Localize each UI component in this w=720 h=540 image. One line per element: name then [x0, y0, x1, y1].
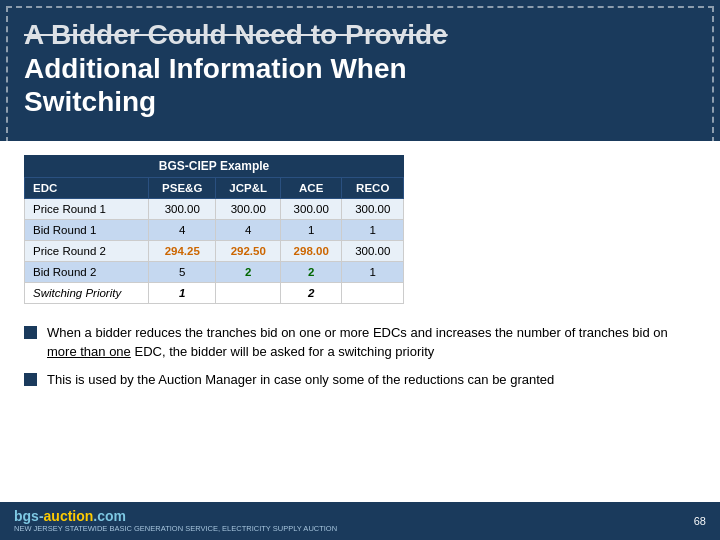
table-row: Price Round 2 294.25 292.50 298.00 300.0…: [25, 240, 404, 261]
cell-ace: 300.00: [280, 198, 342, 219]
bullets-section: When a bidder reduces the tranches bid o…: [0, 314, 720, 407]
header: A Bidder Could Need to Provide Additiona…: [0, 0, 720, 141]
cell-reco: 300.00: [342, 198, 404, 219]
bullet-icon-2: [24, 373, 37, 386]
table-header-row: EDC PSE&G JCP&L ACE RECO: [25, 177, 404, 198]
footer-logo: bgs-auction.com NEW JERSEY STATEWIDE BAS…: [14, 508, 337, 534]
bgs-ciep-table: EDC PSE&G JCP&L ACE RECO Price Round 1 3…: [24, 177, 404, 304]
cell-ace: 1: [280, 219, 342, 240]
header-line2: Additional Information When: [24, 53, 407, 84]
table-caption: BGS-CIEP Example: [24, 155, 404, 177]
col-reco: RECO: [342, 177, 404, 198]
cell-reco: 1: [342, 219, 404, 240]
table-row: Switching Priority 1 2: [25, 282, 404, 303]
row-label: Bid Round 1: [25, 219, 149, 240]
cell-ace: 298.00: [280, 240, 342, 261]
cell-reco: [342, 282, 404, 303]
cell-pseg: 1: [149, 282, 216, 303]
bullet-text-1: When a bidder reduces the tranches bid o…: [47, 324, 696, 362]
footer-logo-text: bgs-auction.com: [14, 508, 337, 524]
row-label: Bid Round 2: [25, 261, 149, 282]
cell-reco: 1: [342, 261, 404, 282]
underline-phrase: more than one: [47, 344, 131, 359]
cell-pseg: 294.25: [149, 240, 216, 261]
row-label: Price Round 1: [25, 198, 149, 219]
table-row: Bid Round 1 4 4 1 1: [25, 219, 404, 240]
bullet-item-1: When a bidder reduces the tranches bid o…: [24, 324, 696, 362]
col-edc: EDC: [25, 177, 149, 198]
table-section: BGS-CIEP Example EDC PSE&G JCP&L ACE REC…: [24, 155, 404, 304]
col-jcpl: JCP&L: [216, 177, 280, 198]
col-ace: ACE: [280, 177, 342, 198]
bullet-item-2: This is used by the Auction Manager in c…: [24, 371, 696, 390]
col-pseg: PSE&G: [149, 177, 216, 198]
cell-jcpl: 4: [216, 219, 280, 240]
cell-ace: 2: [280, 261, 342, 282]
bullet-text-2: This is used by the Auction Manager in c…: [47, 371, 554, 390]
cell-jcpl: 300.00: [216, 198, 280, 219]
footer-page-number: 68: [694, 515, 706, 527]
header-line1-strikethrough: A Bidder Could Need to Provide: [24, 19, 448, 50]
cell-jcpl: 2: [216, 261, 280, 282]
cell-jcpl: 292.50: [216, 240, 280, 261]
row-label: Price Round 2: [25, 240, 149, 261]
bullet-icon-1: [24, 326, 37, 339]
footer: bgs-auction.com NEW JERSEY STATEWIDE BAS…: [0, 502, 720, 540]
cell-pseg: 300.00: [149, 198, 216, 219]
content-area: BGS-CIEP Example EDC PSE&G JCP&L ACE REC…: [0, 141, 720, 314]
footer-tagline: NEW JERSEY STATEWIDE BASIC GENERATION SE…: [14, 524, 337, 534]
header-line3: Switching: [24, 86, 156, 117]
cell-pseg: 4: [149, 219, 216, 240]
cell-pseg: 5: [149, 261, 216, 282]
cell-reco: 300.00: [342, 240, 404, 261]
row-label: Switching Priority: [25, 282, 149, 303]
header-title: A Bidder Could Need to Provide Additiona…: [24, 18, 696, 119]
table-row: Bid Round 2 5 2 2 1: [25, 261, 404, 282]
cell-jcpl: [216, 282, 280, 303]
cell-ace: 2: [280, 282, 342, 303]
table-row: Price Round 1 300.00 300.00 300.00 300.0…: [25, 198, 404, 219]
